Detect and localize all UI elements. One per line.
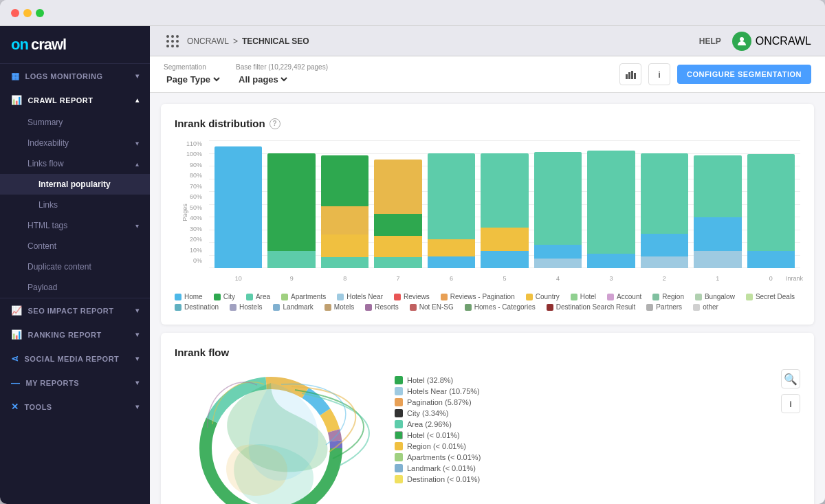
doc-icon: — xyxy=(11,377,21,388)
filterbar-actions: i CONFIGURE SEGMENTATION xyxy=(619,63,811,85)
legend-resorts: Resorts xyxy=(365,303,398,311)
flow-legend-region: Region (< 0.01%) xyxy=(395,442,767,450)
inrank-flow-legend: Hotel (32.8%) Hotels Near (10.75%) Pagin… xyxy=(395,376,767,504)
maximize-button[interactable] xyxy=(36,9,44,17)
sidebar-item-content[interactable]: Content xyxy=(0,236,150,256)
x-label-6: 6 xyxy=(428,275,475,282)
segmentation-select[interactable]: Page Type xyxy=(164,74,222,85)
sidebar-item-label: RANKING REPORT xyxy=(28,331,102,339)
summary-label: Summary xyxy=(28,118,63,127)
legend-home: Home xyxy=(175,293,203,300)
x-label-7: 7 xyxy=(374,275,421,282)
inrank-flow-title: Inrank flow xyxy=(175,347,800,358)
chart-view-button[interactable] xyxy=(619,63,641,85)
sidebar-item-ranking-report[interactable]: 📊 RANKING REPORT ▾ xyxy=(0,322,150,347)
base-filter-select-wrapper: All pages xyxy=(236,74,328,85)
sidebar-item-social-media-report[interactable]: ⋖ SOCIAL MEDIA REPORT ▾ xyxy=(0,347,150,371)
legend-other: other xyxy=(693,303,718,311)
x-label-5: 5 xyxy=(481,275,528,282)
chevron-up-icon: ▴ xyxy=(135,160,139,168)
legend-city: City xyxy=(214,293,235,300)
configure-segmentation-button[interactable]: CONFIGURE SEGMENTATION xyxy=(677,65,811,84)
flow-legend-landmark: Landmark (< 0.01%) xyxy=(395,464,767,472)
svg-rect-1 xyxy=(626,74,628,79)
flow-legend-apartments: Apartments (< 0.01%) xyxy=(395,453,767,461)
titlebar xyxy=(0,0,825,26)
avatar xyxy=(732,32,751,51)
flow-info-button[interactable]: i xyxy=(781,394,800,413)
sidebar-item-summary[interactable]: Summary xyxy=(0,112,150,133)
inrank-flow-diagram xyxy=(175,369,381,504)
bar-10[interactable] xyxy=(214,140,262,268)
chevron-down-icon: ▾ xyxy=(135,307,140,314)
sidebar-item-seo-impact-report[interactable]: 📈 SEO IMPACT REPORT ▾ xyxy=(0,298,150,322)
x-label-8: 8 xyxy=(321,275,368,282)
help-link[interactable]: HELP xyxy=(699,36,721,46)
base-filter-group: Base filter (10,229,492 pages) All pages xyxy=(236,63,328,85)
legend-destination: Destination xyxy=(175,303,219,311)
chevron-down-icon: ▾ xyxy=(135,222,139,230)
bar-0[interactable] xyxy=(747,140,795,268)
minimize-button[interactable] xyxy=(23,9,32,17)
legend-partners: Partners xyxy=(646,303,682,311)
x-label-2: 2 xyxy=(641,275,688,282)
sidebar-item-duplicate-content[interactable]: Duplicate content xyxy=(0,256,150,277)
sidebar-item-indexability[interactable]: Indexability ▾ xyxy=(0,133,150,153)
sidebar-item-label: LOGS MONITORING xyxy=(25,72,103,80)
main-content: ONCRAWL > TECHNICAL SEO HELP ONCRAWL xyxy=(150,26,825,504)
flow-legend-area: Area (2.96%) xyxy=(395,420,767,428)
dots-menu[interactable] xyxy=(164,32,182,50)
share-icon: ⋖ xyxy=(11,353,19,364)
sidebar-item-my-reports[interactable]: — MY REPORTS ▾ xyxy=(0,371,150,395)
legend-secret-deals: Secret Deals xyxy=(746,293,795,300)
links-flow-label: Links flow xyxy=(28,159,64,168)
sidebar-item-crawl-report[interactable]: 📊 CRAWL REPORT ▴ xyxy=(0,88,150,112)
chevron-down-icon: ▾ xyxy=(135,403,140,410)
bar-9[interactable] xyxy=(267,140,315,268)
chart-view-icon xyxy=(625,69,636,80)
logo[interactable]: oncrawl xyxy=(11,36,139,54)
inrank-distribution-info[interactable]: ? xyxy=(270,118,280,129)
sidebar-item-tools[interactable]: ✕ TOOLS ▾ xyxy=(0,395,150,419)
svg-rect-3 xyxy=(631,71,633,79)
sidebar-item-payload[interactable]: Payload xyxy=(0,277,150,298)
y-axis-title: Pages xyxy=(182,204,188,221)
sidebar-item-logs-monitoring[interactable]: ▦ LOGS MONITORING ▾ xyxy=(0,64,150,88)
user-icon xyxy=(736,36,747,47)
sidebar-item-links[interactable]: Links xyxy=(0,195,150,215)
legend-hostels: Hostels xyxy=(230,303,262,311)
base-filter-select[interactable]: All pages xyxy=(236,74,289,85)
app-window: oncrawl ▦ LOGS MONITORING ▾ 📊 CRAWL REPO… xyxy=(0,0,825,504)
legend-hotel: Hotel xyxy=(571,293,596,300)
bar-7[interactable] xyxy=(374,140,421,268)
close-button[interactable] xyxy=(11,9,19,17)
segmentation-select-wrapper: Page Type xyxy=(164,74,222,85)
sidebar-item-links-flow[interactable]: Links flow ▴ xyxy=(0,153,150,174)
user-badge[interactable]: ONCRAWL xyxy=(732,32,811,51)
bar-1[interactable] xyxy=(694,140,741,268)
x-icon: ✕ xyxy=(11,402,19,412)
breadcrumb-root[interactable]: ONCRAWL xyxy=(187,36,229,46)
bar-6[interactable] xyxy=(428,140,475,268)
legend-destination-search: Destination Search Result xyxy=(547,303,636,311)
chevron-down-icon: ▾ xyxy=(135,72,140,80)
bar-2[interactable] xyxy=(641,140,688,268)
x-label-9: 9 xyxy=(267,275,315,282)
bar-5[interactable] xyxy=(481,140,528,268)
topbar-right: HELP ONCRAWL xyxy=(699,32,811,51)
flow-legend-pagination: Pagination (5.87%) xyxy=(395,398,767,406)
chevron-down-icon: ▾ xyxy=(135,331,140,338)
flow-legend-hotel-small: Hotel (< 0.01%) xyxy=(395,431,767,439)
info-button[interactable]: i xyxy=(648,63,670,85)
legend-account: Account xyxy=(607,293,641,300)
flow-legend-hotels-near: Hotels Near (10.75%) xyxy=(395,387,767,395)
bar-8[interactable] xyxy=(321,140,368,268)
sidebar-item-internal-popularity[interactable]: Internal popularity xyxy=(0,174,150,195)
bar-4[interactable] xyxy=(534,140,582,268)
sidebar-item-html-tags[interactable]: HTML tags ▾ xyxy=(0,215,150,236)
chart-icon: 📈 xyxy=(11,305,23,316)
bar-3[interactable] xyxy=(587,140,635,268)
zoom-button[interactable]: 🔍 xyxy=(781,369,800,388)
filterbar: Segmentation Page Type Base filter (10,2… xyxy=(150,56,825,93)
breadcrumb-current: TECHNICAL SEO xyxy=(242,36,309,46)
